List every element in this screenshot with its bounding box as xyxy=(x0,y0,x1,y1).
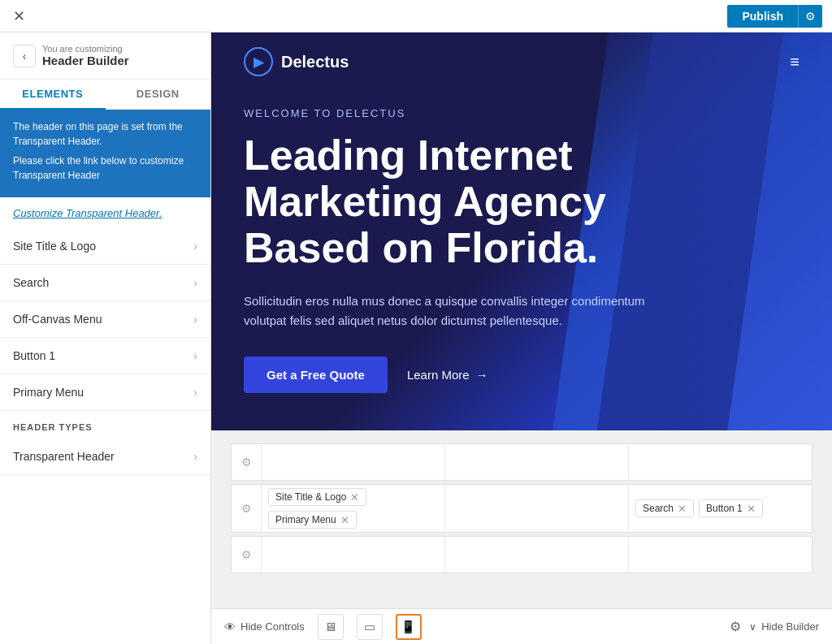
customize-link-area: Customize Transparent Header. xyxy=(0,197,210,228)
chevron-right-icon: › xyxy=(193,313,197,326)
desktop-view-button[interactable]: 🖥 xyxy=(318,614,344,640)
bottom-bar-right: ⚙ ∨ Hide Builder xyxy=(730,619,819,634)
sidebar-subtitle: You are customizing xyxy=(42,44,129,54)
eye-icon: 👁 xyxy=(224,620,236,633)
sidebar-title-group: You are customizing Header Builder xyxy=(42,44,129,67)
hero-heading-line2: Marketing Agency xyxy=(244,178,606,225)
tag-primary-menu[interactable]: Primary Menu ✕ xyxy=(268,511,357,529)
back-button[interactable]: ‹ xyxy=(13,45,36,67)
builder-row-3: ⚙ xyxy=(231,536,812,573)
sidebar-info-box: The header on this page is set from the … xyxy=(0,110,210,197)
sidebar-item-label: Button 1 xyxy=(13,349,55,362)
tag-label: Button 1 xyxy=(706,503,743,514)
sidebar-header: ‹ You are customizing Header Builder xyxy=(0,32,210,80)
sidebar-item-button1[interactable]: Button 1 › xyxy=(0,338,210,374)
publish-button[interactable]: Publish xyxy=(727,5,798,28)
hero-description: Sollicitudin eros nulla mus donec a quis… xyxy=(244,292,666,331)
breadcrumb: ‹ You are customizing Header Builder xyxy=(13,44,197,67)
chevron-right-icon: › xyxy=(193,240,197,253)
sidebar-item-primary-menu[interactable]: Primary Menu › xyxy=(0,374,210,411)
hero-welcome-text: WELCOME TO DELECTUS xyxy=(244,107,800,119)
mobile-view-button[interactable]: 📱 xyxy=(396,614,422,640)
header-types-section-title: HEADER TYPES xyxy=(0,411,210,439)
sidebar: ‹ You are customizing Header Builder ELE… xyxy=(0,32,211,644)
tag-label: Primary Menu xyxy=(275,514,336,525)
hero-section: ▶ Delectus ≡ WELCOME TO DELECTUS Leading… xyxy=(211,32,832,430)
hide-builder-label: Hide Builder xyxy=(761,620,819,633)
bottom-bar: 👁 Hide Controls 🖥 ▭ 📱 ⚙ ∨ Hide Builder xyxy=(211,608,832,644)
builder-cell-1-1[interactable] xyxy=(261,444,444,480)
builder-cell-2-1[interactable]: Site Title & Logo ✕ Primary Menu ✕ xyxy=(261,485,444,532)
top-bar: ✕ Publish ⚙ xyxy=(0,0,832,32)
publish-settings-button[interactable]: ⚙ xyxy=(798,5,822,28)
sidebar-item-label: Off-Canvas Menu xyxy=(13,313,102,326)
sidebar-item-label: Search xyxy=(13,276,49,289)
sidebar-item-transparent-header[interactable]: Transparent Header › xyxy=(0,439,210,475)
hero-heading: Leading Internet Marketing Agency Based … xyxy=(244,132,800,272)
builder-cell-1-3[interactable] xyxy=(628,444,812,480)
hero-buttons: Get a Free Quote Learn More → xyxy=(244,357,800,393)
logo-area: ▶ Delectus xyxy=(244,47,349,76)
chevron-down-icon: ∨ xyxy=(749,621,756,633)
logo-text: Delectus xyxy=(281,53,349,71)
bottom-bar-left: 👁 Hide Controls 🖥 ▭ 📱 xyxy=(224,614,422,640)
tag-close-primary-menu[interactable]: ✕ xyxy=(340,515,349,525)
builder-row-1: ⚙ xyxy=(231,443,812,481)
builder-cell-3-3[interactable] xyxy=(628,537,812,573)
chevron-right-icon: › xyxy=(193,450,197,463)
sidebar-item-off-canvas-menu[interactable]: Off-Canvas Menu › xyxy=(0,301,210,338)
builder-row-cells-1 xyxy=(261,444,812,480)
tag-label: Search xyxy=(643,503,674,514)
learn-more-button[interactable]: Learn More → xyxy=(407,368,488,382)
chevron-right-icon: › xyxy=(193,349,197,362)
builder-row-cells-3 xyxy=(261,537,812,573)
builder-cell-2-2[interactable] xyxy=(444,485,628,532)
hero-heading-line3: Based on Florida. xyxy=(244,224,598,271)
close-button[interactable]: ✕ xyxy=(10,4,28,28)
tag-close-site-title[interactable]: ✕ xyxy=(350,492,359,503)
builder-cell-3-1[interactable] xyxy=(261,537,444,573)
hero-header: ▶ Delectus ≡ xyxy=(211,32,832,91)
info-text-2: Please click the link below to customize… xyxy=(13,153,197,183)
customize-transparent-link[interactable]: Customize Transparent Header. xyxy=(13,207,162,219)
sidebar-menu-list: Site Title & Logo › Search › Off-Canvas … xyxy=(0,228,210,411)
chevron-right-icon: › xyxy=(193,386,197,399)
builder-area: ⚙ ⚙ Site Title & Logo ✕ xyxy=(211,430,832,608)
sidebar-item-search[interactable]: Search › xyxy=(0,265,210,301)
arrow-icon: → xyxy=(476,368,488,382)
tab-elements[interactable]: ELEMENTS xyxy=(0,80,106,110)
learn-more-label: Learn More xyxy=(407,368,470,382)
hide-controls-label: Hide Controls xyxy=(240,620,305,633)
tag-close-button1[interactable]: ✕ xyxy=(747,504,756,514)
sidebar-item-label: Site Title & Logo xyxy=(13,240,96,253)
get-quote-button[interactable]: Get a Free Quote xyxy=(244,357,388,393)
tag-site-title-logo[interactable]: Site Title & Logo ✕ xyxy=(268,488,366,506)
hero-heading-line1: Leading Internet xyxy=(244,132,572,179)
tag-button1[interactable]: Button 1 ✕ xyxy=(699,499,763,517)
sidebar-item-label: Primary Menu xyxy=(13,386,84,399)
tag-label: Site Title & Logo xyxy=(275,491,346,503)
builder-gear-button[interactable]: ⚙ xyxy=(730,619,741,634)
builder-row-cells-2: Site Title & Logo ✕ Primary Menu ✕ Searc… xyxy=(261,485,812,532)
tab-design[interactable]: DESIGN xyxy=(106,80,211,108)
tablet-view-button[interactable]: ▭ xyxy=(357,614,383,640)
hamburger-icon[interactable]: ≡ xyxy=(790,53,800,71)
publish-group: Publish ⚙ xyxy=(727,5,822,28)
builder-row-gear-2[interactable]: ⚙ xyxy=(232,491,261,526)
sidebar-title: Header Builder xyxy=(42,54,129,67)
preview-area: ▶ Delectus ≡ WELCOME TO DELECTUS Leading… xyxy=(211,32,832,644)
tag-close-search[interactable]: ✕ xyxy=(678,504,687,514)
builder-cell-3-2[interactable] xyxy=(444,537,628,573)
builder-cell-2-3[interactable]: Search ✕ Button 1 ✕ xyxy=(628,485,812,532)
hero-content: WELCOME TO DELECTUS Leading Internet Mar… xyxy=(211,91,832,426)
hide-builder-button[interactable]: ∨ Hide Builder xyxy=(749,620,819,633)
tag-search[interactable]: Search ✕ xyxy=(635,499,694,517)
hide-controls-button[interactable]: 👁 Hide Controls xyxy=(224,620,305,633)
builder-row-gear-1[interactable]: ⚙ xyxy=(232,444,261,480)
main-layout: ‹ You are customizing Header Builder ELE… xyxy=(0,32,832,644)
builder-row-gear-3[interactable]: ⚙ xyxy=(232,537,261,573)
sidebar-item-site-title-logo[interactable]: Site Title & Logo › xyxy=(0,228,210,265)
sidebar-item-label: Transparent Header xyxy=(13,450,115,463)
chevron-right-icon: › xyxy=(193,276,197,289)
builder-cell-1-2[interactable] xyxy=(444,444,628,480)
